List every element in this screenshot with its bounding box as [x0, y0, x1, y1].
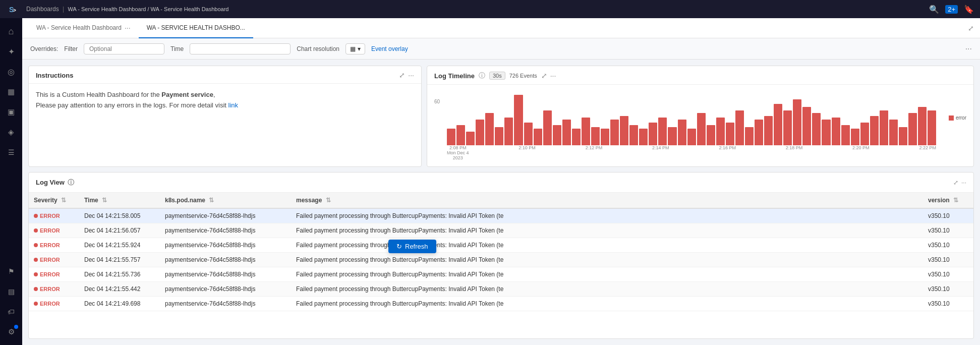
- severity-dot: [34, 228, 38, 233]
- timeline-panel-actions: ⤢ ···: [541, 72, 556, 80]
- tab-service-health-1[interactable]: WA - Service Health Dashboard ···: [28, 18, 139, 38]
- cell-severity: ERROR: [29, 253, 79, 267]
- col-header-time[interactable]: Time ⇅: [79, 193, 160, 208]
- cell-version: v350.10: [923, 238, 973, 253]
- chart-bar: [841, 125, 850, 145]
- cell-pod: paymentservice-76d4c58f88-lhdjs: [160, 253, 291, 267]
- chart-bar: [928, 110, 936, 145]
- sidebar-item-dashboards[interactable]: ▤: [2, 282, 20, 301]
- search-icon[interactable]: 🔍: [929, 5, 939, 14]
- cell-version: v350.10: [923, 253, 973, 267]
- instructions-body: This is a Custom Health Dashboard for th…: [29, 84, 421, 117]
- sidebar-item-rum[interactable]: ▦: [2, 83, 20, 101]
- sort-version-icon: ⇅: [953, 197, 958, 204]
- table-row[interactable]: ERRORDec 04 14:21:55.736paymentservice-7…: [29, 267, 973, 282]
- instructions-more-icon[interactable]: ···: [408, 71, 414, 79]
- time-label: Time: [170, 45, 184, 52]
- tab-service-health-2[interactable]: WA - SERVICE HEALTH DASHBO...: [139, 18, 253, 38]
- main-area: ⌂ ✦ ◎ ▦ ▣ ◈ ☰ ⚑ ▤ 🏷 ⚙ WA - Service Healt…: [0, 18, 980, 345]
- timeline-more-icon[interactable]: ···: [550, 72, 556, 80]
- sidebar-item-home[interactable]: ⌂: [2, 22, 20, 40]
- instructions-link[interactable]: link: [228, 101, 239, 109]
- table-row[interactable]: ERRORDec 04 14:21:56.057paymentservice-7…: [29, 223, 973, 238]
- panel-row-1: Instructions ⤢ ··· This is a Custom Heal…: [28, 66, 974, 167]
- sidebar-item-synthetics[interactable]: ▣: [2, 103, 20, 121]
- refresh-button[interactable]: ↻ Refresh: [388, 240, 436, 253]
- toolbar: Overrides: Filter Time Chart resolution …: [22, 38, 980, 60]
- timeline-expand-icon[interactable]: ⤢: [541, 72, 547, 80]
- col-header-message[interactable]: message ⇅: [291, 193, 923, 208]
- sidebar-item-settings[interactable]: ⚙: [2, 323, 20, 341]
- cell-time: Dec 04 14:21:58.005: [79, 208, 160, 223]
- severity-badge: ERROR: [34, 271, 60, 277]
- cell-pod: paymentservice-76d4c58f88-lhdjs: [160, 208, 291, 223]
- cell-pod: paymentservice-76d4c58f88-lhdjs: [160, 223, 291, 238]
- chart-bar: [707, 125, 715, 145]
- refresh-icon: ↻: [396, 243, 402, 250]
- chart-bar: [697, 113, 706, 145]
- splunk-logo: S >: [6, 1, 22, 17]
- chart-resolution-select[interactable]: ▦ ▾: [345, 43, 365, 54]
- chart-bar: [668, 127, 676, 145]
- chart-x-label: 2:10 PM: [518, 145, 536, 160]
- sidebar-item-alerts[interactable]: ⚑: [2, 262, 20, 280]
- table-row[interactable]: ERRORDec 04 14:21:49.698paymentservice-7…: [29, 297, 973, 311]
- timeline-info-icon[interactable]: ⓘ: [479, 71, 485, 80]
- chart-bar: [908, 113, 917, 145]
- chart-bar: [726, 123, 734, 145]
- chart-bar: [524, 123, 533, 145]
- table-row[interactable]: ERRORDec 04 14:21:55.757paymentservice-7…: [29, 253, 973, 267]
- col-header-severity[interactable]: Severity ⇅: [29, 193, 79, 208]
- log-table-container: Severity ⇅ Time ⇅ k8s.pod.name ⇅ message…: [29, 193, 973, 311]
- chart-y-label: 60: [434, 99, 440, 104]
- instructions-title: Instructions: [36, 72, 395, 79]
- cell-message: Failed payment processing through Butter…: [291, 253, 923, 267]
- chart-bar: [851, 129, 859, 145]
- legend-color: [949, 116, 954, 121]
- notification-icon[interactable]: 2+: [945, 5, 958, 14]
- log-view-info-icon[interactable]: ⓘ: [68, 178, 74, 187]
- chart-bar: [447, 129, 455, 145]
- timeline-chart: 60 2:08 PM Mon Dec 4 20232:10 PM2:12 PM2…: [434, 95, 966, 160]
- table-row[interactable]: ERRORDec 04 14:21:55.442paymentservice-7…: [29, 282, 973, 297]
- chart-x-label: 2:16 PM: [719, 145, 736, 160]
- instructions-expand-icon[interactable]: ⤢: [399, 71, 405, 79]
- log-view-expand-icon[interactable]: ⤢: [953, 179, 958, 186]
- sidebar-item-infrastructure[interactable]: ✦: [2, 42, 20, 61]
- filter-input[interactable]: [84, 43, 164, 54]
- event-overlay-link[interactable]: Event overlay: [371, 45, 408, 52]
- chart-bar: [504, 118, 513, 145]
- severity-dot: [34, 302, 38, 306]
- chart-x-label: 2:18 PM: [786, 145, 803, 160]
- chart-bar: [466, 132, 475, 145]
- tab-dots-1[interactable]: ···: [125, 24, 131, 32]
- sidebar-item-logs[interactable]: ☰: [2, 143, 20, 161]
- sidebar-item-apm[interactable]: ◎: [2, 63, 20, 81]
- table-row[interactable]: ERRORDec 04 14:21:55.924paymentservice-7…: [29, 238, 973, 253]
- chart-bar: [860, 123, 869, 145]
- chart-x-label: 2:22 PM: [919, 145, 936, 160]
- cell-message: Failed payment processing through Butter…: [291, 208, 923, 223]
- sidebar-item-reports[interactable]: 🏷: [2, 303, 20, 321]
- toolbar-more-icon[interactable]: ···: [965, 44, 972, 53]
- instructions-text-2: Please pay attention to any errors in th…: [36, 100, 414, 111]
- cell-version: v350.10: [923, 208, 973, 223]
- col-header-version[interactable]: version ⇅: [923, 193, 973, 208]
- severity-badge: ERROR: [34, 257, 60, 263]
- filter-label: Filter: [64, 45, 78, 52]
- chart-bar: [735, 110, 744, 145]
- table-row[interactable]: ERRORDec 04 14:21:58.005paymentservice-7…: [29, 208, 973, 223]
- expand-icon[interactable]: ⤢: [968, 24, 974, 32]
- cell-pod: paymentservice-76d4c58f88-lhdjs: [160, 297, 291, 311]
- cell-message: Failed payment processing through Butter…: [291, 223, 923, 238]
- log-view-more-icon[interactable]: ···: [961, 179, 966, 186]
- sidebar-item-on-call[interactable]: ◈: [2, 123, 20, 141]
- time-input[interactable]: [190, 43, 291, 54]
- col-header-pod[interactable]: k8s.pod.name ⇅: [160, 193, 291, 208]
- sort-time-icon: ⇅: [102, 197, 107, 204]
- breadcrumb-root[interactable]: Dashboards: [26, 6, 59, 13]
- chart-bar: [601, 129, 609, 145]
- cell-severity: ERROR: [29, 282, 79, 297]
- cell-severity: ERROR: [29, 297, 79, 311]
- bookmark-icon[interactable]: 🔖: [964, 5, 974, 14]
